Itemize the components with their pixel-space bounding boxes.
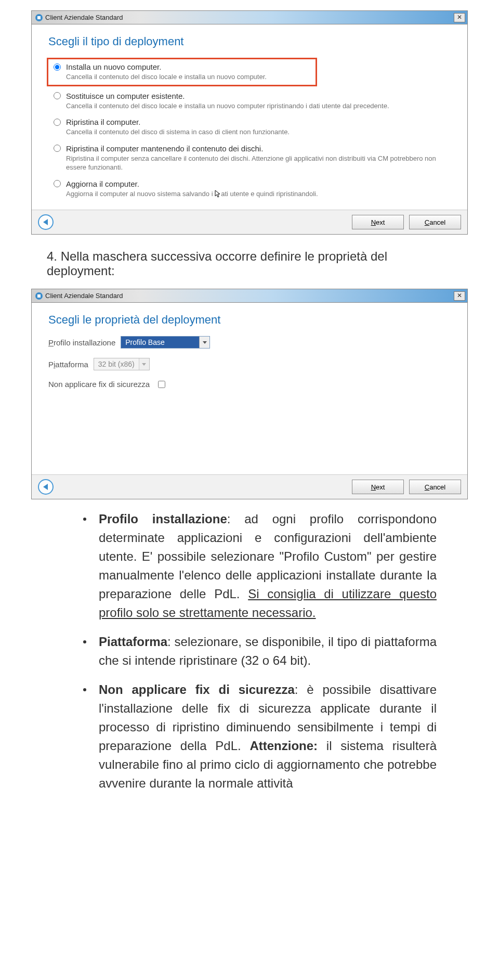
bullet-profilo: Profilo installazione: ad ogni profilo c… [83,510,437,622]
next-button[interactable]: Next [352,480,404,494]
fix-label: Non applicare fix di sicurezza [48,380,150,389]
row-no-security-fix: Non applicare fix di sicurezza [48,380,451,389]
dialog-deployment-properties: Client Aziendale Standard ✕ Scegli le pr… [31,289,468,499]
dialog-footer: Next Cancel [32,474,467,499]
bullet-icon [83,518,86,521]
profilo-value: Profilo Base [121,338,199,346]
option-label: Sostituisce un computer esistente. [66,92,185,100]
back-button[interactable] [38,214,54,230]
radio-restore-keep-disks[interactable] [54,145,61,152]
window-title: Client Aziendale Standard [45,14,123,21]
radio-install-new[interactable] [54,63,61,71]
app-icon [35,14,43,22]
next-button[interactable]: Next [352,215,404,229]
bullet-icon [83,688,86,691]
dialog-footer: Next Cancel [32,210,467,234]
option-install-new: Installa un nuovo computer. Cancella il … [47,58,317,86]
svg-rect-3 [37,294,41,298]
close-button[interactable]: ✕ [454,291,465,301]
chevron-down-icon [139,358,149,370]
option-label: Aggiorna il computer. [66,179,139,188]
step-4-text: 4. Nella maschera successiva occorre def… [47,249,452,278]
row-piattaforma: Piattaforma 32 bit (x86) [48,358,451,370]
option-desc: Cancella il contenuto del disco locale e… [66,101,451,111]
profilo-select[interactable]: Profilo Base [121,336,210,349]
close-button[interactable]: ✕ [454,13,465,22]
radio-replace-existing[interactable] [54,92,61,99]
option-restore-keep-disks: Ripristina il computer mantenendo il con… [54,144,451,172]
bullet-icon [83,640,86,643]
dialog-deployment-type: Client Aziendale Standard ✕ Scegli il ti… [31,10,468,235]
cancel-button[interactable]: Cancel [409,480,461,494]
option-desc: Cancella il contenuto del disco locale e… [66,72,310,82]
explanation-bullets: Profilo installazione: ad ogni profilo c… [83,510,437,793]
profilo-label: Profilo installazione [48,338,115,347]
fix-checkbox[interactable] [158,381,165,388]
back-button[interactable] [38,479,54,495]
titlebar: Client Aziendale Standard ✕ [32,11,467,24]
svg-rect-1 [37,16,41,19]
titlebar: Client Aziendale Standard ✕ [32,289,467,303]
row-profilo-installazione: Profilo installazione Profilo Base [48,336,451,349]
option-desc: Aggiorna il computer al nuovo sistema sa… [66,189,451,199]
piattaforma-label: Piattaforma [48,360,88,369]
deployment-option-list: Installa un nuovo computer. Cancella il … [54,58,451,198]
app-icon [35,292,43,300]
cancel-button[interactable]: Cancel [409,215,461,229]
option-label: Ripristina il computer mantenendo il con… [66,144,263,153]
option-desc: Ripristina il computer senza cancellare … [66,154,451,172]
radio-restore[interactable] [54,119,61,126]
option-label: Installa un nuovo computer. [66,62,161,71]
option-restore: Ripristina il computer. Cancella il cont… [54,118,451,137]
dialog-heading: Scegli il tipo di deployment [48,35,451,48]
option-desc: Cancella il contenuto del disco di siste… [66,127,451,137]
chevron-down-icon [199,337,209,348]
piattaforma-value: 32 bit (x86) [94,360,139,368]
piattaforma-select[interactable]: 32 bit (x86) [94,358,150,370]
bullet-no-fix: Non applicare fix di sicurezza: è possib… [83,680,437,793]
option-upgrade: Aggiorna il computer. Aggiorna il comput… [54,179,451,199]
bullet-piattaforma: Piattaforma: selezionare, se disponibile… [83,633,437,670]
option-replace-existing: Sostituisce un computer esistente. Cance… [54,92,451,111]
cursor-icon [215,190,221,198]
option-label: Ripristina il computer. [66,118,140,126]
radio-upgrade[interactable] [54,180,61,187]
dialog-heading: Scegli le proprietà del deployment [48,313,451,327]
window-title: Client Aziendale Standard [45,292,123,300]
